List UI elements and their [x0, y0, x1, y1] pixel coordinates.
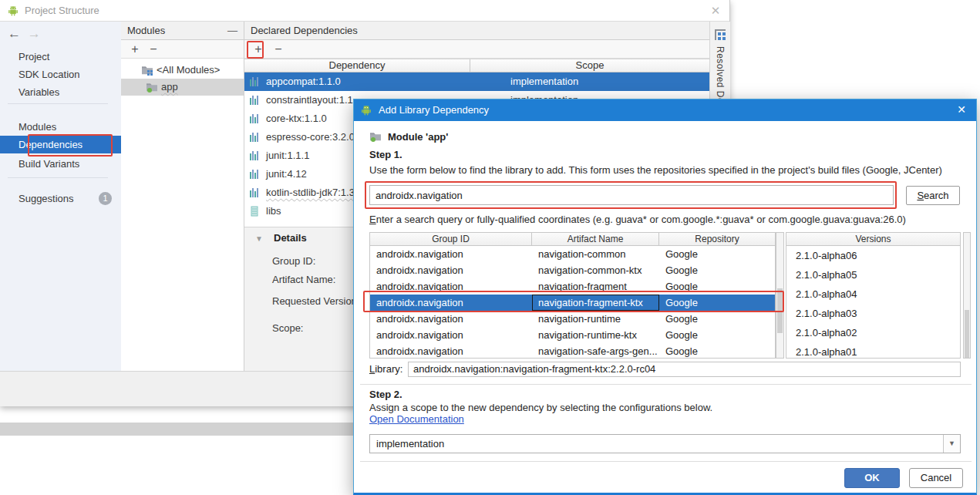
sidebar-separator — [8, 177, 108, 178]
scope-dropdown[interactable]: implementation ▼ — [369, 434, 961, 453]
versions-scrollbar[interactable] — [963, 232, 971, 359]
dependencies-table-header: Dependency Scope — [244, 59, 709, 72]
module-item-all-modules[interactable]: <All Modules> — [121, 62, 244, 79]
column-header-dependency[interactable]: Dependency — [244, 59, 470, 72]
version-item[interactable]: 2.1.0-alpha03 — [786, 304, 960, 323]
sidebar-item-build-variants[interactable]: Build Variants — [0, 155, 121, 173]
cancel-button[interactable]: Cancel — [909, 468, 963, 488]
version-item[interactable]: 2.1.0-alpha02 — [786, 323, 960, 342]
step1-description: Use the form below to find the library t… — [369, 164, 942, 176]
search-hint: Enter a search query or fully-qualified … — [369, 214, 906, 225]
library-icon — [249, 95, 260, 106]
add-module-button[interactable]: + — [127, 40, 143, 58]
library-label: Library: — [369, 363, 402, 375]
step2-title: Step 2. — [369, 389, 402, 400]
search-button[interactable]: Search — [906, 186, 960, 205]
ok-button[interactable]: OK — [844, 468, 900, 488]
add-library-dependency-dialog: Add Library Dependency ✕ Module 'app' St… — [353, 99, 977, 495]
step2-description: Assign a scope to the new dependency by … — [369, 402, 712, 413]
module-folder-icon — [369, 130, 382, 143]
library-value-field[interactable]: androidx.navigation:navigation-fragment-… — [408, 362, 961, 377]
separator — [360, 461, 972, 462]
remove-module-button[interactable]: − — [146, 40, 161, 58]
screen: Project Structure ✕ ← → Project SDK Loca… — [0, 0, 980, 495]
back-arrow-icon[interactable]: ← — [8, 26, 25, 42]
results-table-header: Group ID Artifact Name Repository — [370, 233, 775, 246]
modules-panel-header: Modules — — [121, 22, 244, 40]
sidebar-item-modules[interactable]: Modules — [0, 118, 121, 136]
result-row[interactable]: androidx.navigation navigation-runtime-k… — [370, 327, 775, 343]
library-icon — [249, 132, 260, 143]
library-icon — [249, 150, 260, 161]
version-item[interactable]: 2.1.0-alpha05 — [786, 265, 960, 285]
collapse-triangle-icon[interactable]: ▼ — [255, 234, 263, 243]
remove-dependency-button[interactable]: − — [271, 40, 286, 58]
dialog-close-icon[interactable]: ✕ — [955, 103, 968, 116]
modules-panel: Modules — + − <All Modules> app — [121, 22, 244, 371]
dialog-titlebar: Add Library Dependency ✕ — [354, 99, 976, 121]
sidebar-item-variables[interactable]: Variables — [0, 83, 121, 101]
open-documentation-link[interactable]: Open Documentation — [369, 413, 464, 425]
dialog-title: Add Library Dependency — [379, 104, 489, 116]
forward-arrow-icon[interactable]: → — [28, 26, 45, 42]
library-icon — [249, 169, 260, 180]
modules-toolbar: + − — [121, 40, 244, 59]
requested-version-label: Requested Version: — [272, 295, 359, 307]
declared-dependencies-header: Declared Dependencies — [244, 22, 709, 40]
column-header-versions[interactable]: Versions — [786, 233, 960, 246]
window-title: Project Structure — [25, 5, 99, 16]
sidebar-item-sdk-location[interactable]: SDK Location — [0, 66, 121, 83]
version-item[interactable]: 2.1.0-alpha04 — [786, 285, 960, 304]
sidebar-item-project[interactable]: Project — [0, 48, 121, 66]
result-row-selected[interactable]: androidx.navigation navigation-fragment-… — [370, 295, 775, 311]
android-icon — [7, 5, 19, 17]
results-scrollbar[interactable] — [776, 232, 784, 359]
version-item[interactable]: 2.1.0-alpha01 — [786, 342, 960, 359]
android-icon — [360, 104, 372, 116]
all-modules-folder-icon — [141, 64, 153, 76]
result-row[interactable]: androidx.navigation navigation-fragment … — [370, 278, 775, 295]
libs-icon — [249, 206, 260, 217]
suggestions-badge: 1 — [99, 192, 112, 205]
column-header-artifact-name[interactable]: Artifact Name — [532, 233, 659, 245]
add-dependency-button[interactable]: + — [251, 40, 266, 58]
dependency-row[interactable]: appcompat:1.1.0 implementation — [244, 72, 709, 91]
chevron-down-icon[interactable]: ▼ — [943, 435, 960, 453]
sidebar-item-dependencies[interactable]: Dependencies — [0, 136, 121, 153]
dependencies-toolbar: + − — [244, 40, 709, 59]
sidebar: ← → Project SDK Location Variables Modul… — [0, 22, 121, 371]
column-header-repository[interactable]: Repository — [659, 233, 775, 245]
group-id-label: Group ID: — [272, 255, 315, 267]
library-icon — [249, 76, 260, 87]
separator — [360, 384, 972, 385]
resolved-dependencies-icon — [715, 29, 726, 40]
result-row[interactable]: androidx.navigation navigation-runtime G… — [370, 311, 775, 327]
column-header-scope[interactable]: Scope — [470, 59, 709, 72]
result-row[interactable]: androidx.navigation navigation-common Go… — [370, 246, 775, 262]
window-titlebar: Project Structure ✕ — [0, 0, 729, 22]
version-item[interactable]: 2.1.0-alpha06 — [786, 246, 960, 265]
app-folder-icon — [146, 81, 158, 93]
minimize-icon[interactable]: — — [227, 22, 237, 39]
sidebar-item-suggestions[interactable]: Suggestions 1 — [0, 190, 121, 207]
scope-label: Scope: — [272, 322, 303, 334]
result-row[interactable]: androidx.navigation navigation-safe-args… — [370, 343, 775, 359]
versions-panel: Versions 2.1.0-alpha06 2.1.0-alpha05 2.1… — [786, 232, 961, 359]
column-header-group-id[interactable]: Group ID — [370, 233, 532, 245]
artifact-name-label: Artifact Name: — [272, 274, 335, 285]
search-input[interactable] — [369, 185, 894, 205]
library-icon — [249, 187, 260, 198]
sidebar-separator — [8, 103, 108, 104]
search-results-table: Group ID Artifact Name Repository androi… — [369, 232, 776, 359]
window-close-icon[interactable]: ✕ — [708, 3, 723, 19]
module-item-app[interactable]: app — [121, 79, 244, 96]
result-row[interactable]: androidx.navigation navigation-common-kt… — [370, 262, 775, 278]
library-icon — [249, 113, 260, 124]
step1-title: Step 1. — [369, 149, 402, 160]
